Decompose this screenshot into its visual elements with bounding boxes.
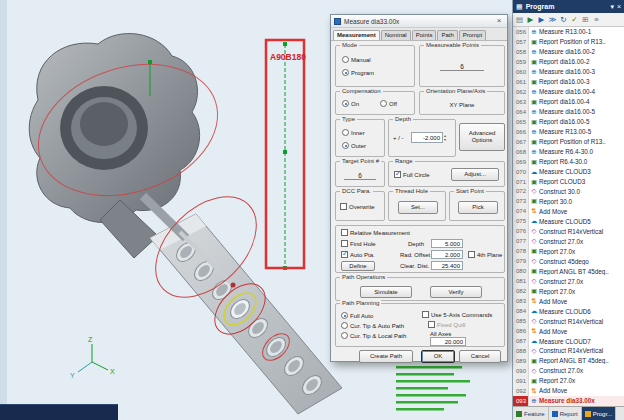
program-list-item[interactable]: 080 ▣ Report ANGL BT 45deg.. bbox=[513, 266, 624, 276]
tab-nominal[interactable]: Nominal bbox=[381, 30, 411, 40]
program-list-item[interactable]: 077 ◇ Construct 27.0x bbox=[513, 236, 624, 246]
line-number: 078 bbox=[513, 246, 529, 256]
list-icon[interactable]: ≡ bbox=[591, 13, 602, 27]
clear-dist-input[interactable]: 25.400 bbox=[431, 261, 463, 270]
pin-icon[interactable]: ▾ bbox=[610, 3, 614, 11]
program-list-item[interactable]: 058 ⊕ Measure dia16.00-2 bbox=[513, 47, 624, 57]
program-list-item[interactable]: 075 ☁ Measure CLOUD5 bbox=[513, 216, 624, 226]
tab-points[interactable]: Points bbox=[412, 30, 437, 40]
taskbar-fragment[interactable] bbox=[0, 404, 118, 420]
cur-tip-local-path-radio[interactable]: Cur. Tip & Local Path bbox=[341, 332, 406, 339]
program-list-item[interactable]: 078 ▣ Report 27.0x bbox=[513, 246, 624, 256]
program-list-item[interactable]: 074 ⇅ Add Move bbox=[513, 206, 624, 216]
tab-path[interactable]: Path bbox=[437, 30, 457, 40]
document-icon[interactable]: ▤ bbox=[514, 13, 525, 27]
grid-icon[interactable]: ⊞ bbox=[580, 13, 591, 27]
program-list-item[interactable]: 069 ▣ Report R6.4-30.0 bbox=[513, 157, 624, 167]
adjust-button[interactable]: Adjust... bbox=[451, 168, 499, 181]
close-icon[interactable]: × bbox=[617, 3, 621, 10]
program-list-item[interactable]: 082 ▣ Report 27.0x bbox=[513, 286, 624, 296]
mode-program-radio[interactable]: Program bbox=[342, 69, 374, 76]
advanced-options-button[interactable]: Advanced Options bbox=[459, 123, 505, 151]
create-path-button[interactable]: Create Path bbox=[359, 350, 413, 363]
compensation-on-radio[interactable]: On bbox=[342, 100, 359, 107]
program-list-item[interactable]: 057 ▣ Report Position of R13.. bbox=[513, 37, 624, 47]
tab-program[interactable]: Progr... bbox=[582, 407, 616, 420]
tab-prompt[interactable]: Prompt bbox=[459, 30, 486, 40]
program-list-item[interactable]: 060 ⊕ Measure dia16.00-3 bbox=[513, 67, 624, 77]
program-list-item[interactable]: 072 ◇ Construct 30.0 bbox=[513, 187, 624, 197]
program-list-item[interactable]: 083 ⇅ Add Move bbox=[513, 296, 624, 306]
cancel-button[interactable]: Cancel bbox=[459, 350, 501, 363]
orientation-value[interactable]: XY Plane bbox=[420, 102, 504, 108]
tab-feature[interactable]: Feature bbox=[513, 407, 549, 420]
program-list-item[interactable]: 061 ▣ Report dia16.00-3 bbox=[513, 77, 624, 87]
simulate-button[interactable]: Simulate bbox=[360, 286, 412, 298]
tab-measurement[interactable]: Measurement bbox=[333, 30, 380, 40]
run-from-icon[interactable]: ▶ bbox=[536, 13, 547, 27]
tab-report[interactable]: Report bbox=[549, 407, 582, 420]
program-list-item[interactable]: 089 ▣ Report ANGL BT 45deg.. bbox=[513, 356, 624, 366]
fixed-quill-checkbox[interactable]: Fixed Quill bbox=[428, 321, 465, 328]
program-list-item[interactable]: 073 ▣ Report 30.0 bbox=[513, 196, 624, 206]
rad-offset-input[interactable]: 2.000 bbox=[431, 250, 463, 259]
radio-label: Cur. Tip & Local Path bbox=[350, 333, 406, 339]
dialog-titlebar[interactable]: Measure dia33.00x × bbox=[331, 15, 507, 28]
program-list-item[interactable]: 079 ◇ Construct 45dego bbox=[513, 256, 624, 266]
program-panel-header[interactable]: ▦ Program ▾ × bbox=[513, 0, 624, 13]
run-icon[interactable]: ▶ bbox=[525, 13, 536, 27]
program-list-item[interactable]: 091 ▣ Report 27.0x bbox=[513, 376, 624, 386]
program-list-item[interactable]: 088 ◇ Construct R14xVertical bbox=[513, 346, 624, 356]
program-list-item[interactable]: 093 ⊕ Measure dia33.00x bbox=[513, 396, 624, 406]
program-list-item[interactable]: 092 ⇅ Add Move bbox=[513, 386, 624, 396]
measureable-points-value[interactable]: 6 bbox=[440, 63, 484, 71]
program-list-item[interactable]: 065 ▣ Report dia16.00-5 bbox=[513, 117, 624, 127]
full-circle-checkbox[interactable]: Full Circle bbox=[394, 171, 430, 178]
program-list-item[interactable]: 081 ◇ Construct 27.0x bbox=[513, 276, 624, 286]
program-list-item[interactable]: 086 ⇅ Add Move bbox=[513, 326, 624, 336]
program-list-item[interactable]: 085 ◇ Construct R14xVertical bbox=[513, 316, 624, 326]
depth-input[interactable]: -2.000 bbox=[411, 132, 443, 143]
relative-measurement-checkbox[interactable]: Relative Measurement bbox=[341, 229, 410, 236]
program-list-item[interactable]: 087 ☁ Measure CLOUD7 bbox=[513, 336, 624, 346]
refresh-icon[interactable]: ↻ bbox=[558, 13, 569, 27]
program-list-item[interactable]: 066 ⊕ Measure R13.00-5 bbox=[513, 127, 624, 137]
cur-tip-auto-path-radio[interactable]: Cur. Tip & Auto Path bbox=[341, 322, 404, 329]
find-hole-checkbox[interactable]: Find Hole bbox=[341, 240, 376, 247]
type-inner-radio[interactable]: Inner bbox=[342, 129, 365, 136]
auto-pta-checkbox[interactable]: Auto Pta. bbox=[341, 251, 375, 258]
target-point-value[interactable]: 6 bbox=[344, 172, 376, 180]
five-axis-checkbox[interactable]: Use 5-Axis Commands bbox=[422, 311, 492, 318]
check-icon[interactable]: ✓ bbox=[569, 13, 580, 27]
report-icon: ▣ bbox=[529, 247, 539, 255]
overwrite-checkbox[interactable]: Overwrite bbox=[340, 203, 375, 210]
type-outer-radio[interactable]: Outer bbox=[342, 142, 366, 149]
spinner-down-icon[interactable]: ▾ bbox=[444, 138, 446, 142]
depth-spinner[interactable]: ▴ ▾ bbox=[444, 132, 446, 143]
define-button[interactable]: Define bbox=[341, 261, 375, 271]
program-list-item[interactable]: 068 ⊕ Measure R6.4-30.0 bbox=[513, 147, 624, 157]
program-list-item[interactable]: 056 ⊕ Measure R13.00-1 bbox=[513, 27, 624, 37]
program-list-item[interactable]: 084 ☁ Measure CLOUD6 bbox=[513, 306, 624, 316]
compensation-off-radio[interactable]: Off bbox=[380, 100, 397, 107]
program-list-item[interactable]: 070 ☁ Measure CLOUD3 bbox=[513, 167, 624, 177]
step-icon[interactable]: ≫ bbox=[547, 13, 558, 27]
program-list-item[interactable]: 090 ◇ Construct 27.0x bbox=[513, 366, 624, 376]
full-auto-radio[interactable]: Full Auto bbox=[341, 312, 373, 319]
verify-button[interactable]: Verify bbox=[430, 286, 482, 298]
pick-button[interactable]: Pick bbox=[458, 201, 498, 214]
program-list-item[interactable]: 076 ◇ Construct R14xVertical bbox=[513, 226, 624, 236]
mode-manual-radio[interactable]: Manual bbox=[342, 56, 371, 63]
program-list-item[interactable]: 071 ▣ Report CLOUD3 bbox=[513, 177, 624, 187]
ok-button[interactable]: OK bbox=[421, 350, 455, 363]
set-button[interactable]: Set... bbox=[398, 201, 438, 214]
program-list-item[interactable]: 064 ⊕ Measure dia16.00-5 bbox=[513, 107, 624, 117]
program-list-item[interactable]: 062 ⊕ Measure dia16.00-4 bbox=[513, 87, 624, 97]
close-icon[interactable]: × bbox=[494, 16, 504, 26]
program-list-item[interactable]: 059 ▣ Report dia16.00-2 bbox=[513, 57, 624, 67]
program-list-item[interactable]: 063 ▣ Report dia16.00-4 bbox=[513, 97, 624, 107]
program-list-item[interactable]: 067 ▣ Report Position of R13.. bbox=[513, 137, 624, 147]
find-hole-depth-input[interactable]: 5.000 bbox=[431, 239, 463, 248]
all-axes-input[interactable]: 20.000 bbox=[430, 337, 466, 346]
fourth-plane-checkbox[interactable]: 4th Plane bbox=[468, 251, 502, 258]
